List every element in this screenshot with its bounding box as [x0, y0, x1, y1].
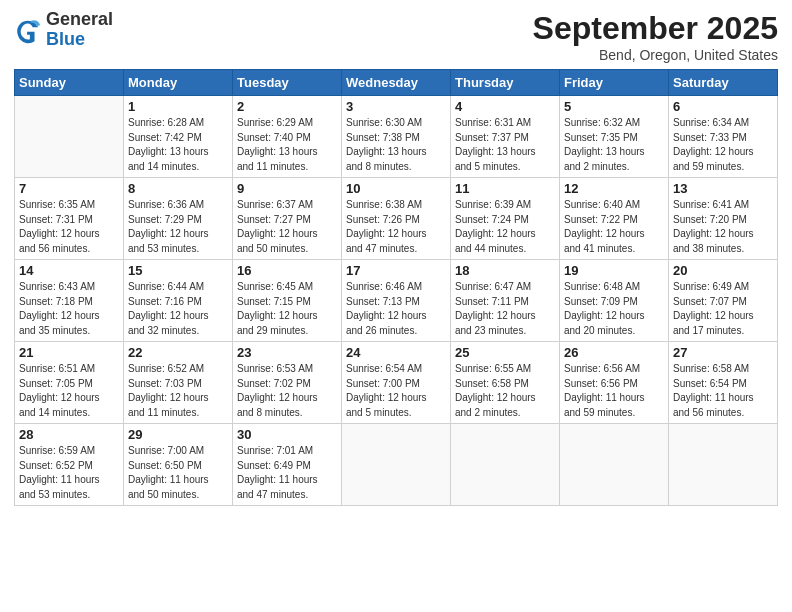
calendar-cell: 2Sunrise: 6:29 AMSunset: 7:40 PMDaylight…	[233, 96, 342, 178]
calendar-cell: 1Sunrise: 6:28 AMSunset: 7:42 PMDaylight…	[124, 96, 233, 178]
day-number: 26	[564, 345, 664, 360]
calendar-cell: 22Sunrise: 6:52 AMSunset: 7:03 PMDayligh…	[124, 342, 233, 424]
calendar-week-2: 7Sunrise: 6:35 AMSunset: 7:31 PMDaylight…	[15, 178, 778, 260]
calendar-cell: 9Sunrise: 6:37 AMSunset: 7:27 PMDaylight…	[233, 178, 342, 260]
page-container: General Blue September 2025 Bend, Oregon…	[0, 0, 792, 516]
day-info: Sunrise: 6:53 AMSunset: 7:02 PMDaylight:…	[237, 362, 337, 420]
day-number: 23	[237, 345, 337, 360]
day-info: Sunrise: 6:44 AMSunset: 7:16 PMDaylight:…	[128, 280, 228, 338]
calendar-cell: 24Sunrise: 6:54 AMSunset: 7:00 PMDayligh…	[342, 342, 451, 424]
day-number: 11	[455, 181, 555, 196]
day-info: Sunrise: 6:47 AMSunset: 7:11 PMDaylight:…	[455, 280, 555, 338]
day-info: Sunrise: 6:35 AMSunset: 7:31 PMDaylight:…	[19, 198, 119, 256]
logo-general: General	[46, 9, 113, 29]
day-info: Sunrise: 6:32 AMSunset: 7:35 PMDaylight:…	[564, 116, 664, 174]
day-info: Sunrise: 6:30 AMSunset: 7:38 PMDaylight:…	[346, 116, 446, 174]
day-info: Sunrise: 7:00 AMSunset: 6:50 PMDaylight:…	[128, 444, 228, 502]
day-number: 1	[128, 99, 228, 114]
day-info: Sunrise: 7:01 AMSunset: 6:49 PMDaylight:…	[237, 444, 337, 502]
calendar-cell: 15Sunrise: 6:44 AMSunset: 7:16 PMDayligh…	[124, 260, 233, 342]
calendar-cell: 29Sunrise: 7:00 AMSunset: 6:50 PMDayligh…	[124, 424, 233, 506]
calendar-cell: 26Sunrise: 6:56 AMSunset: 6:56 PMDayligh…	[560, 342, 669, 424]
calendar-cell: 13Sunrise: 6:41 AMSunset: 7:20 PMDayligh…	[669, 178, 778, 260]
day-number: 29	[128, 427, 228, 442]
day-info: Sunrise: 6:34 AMSunset: 7:33 PMDaylight:…	[673, 116, 773, 174]
day-info: Sunrise: 6:38 AMSunset: 7:26 PMDaylight:…	[346, 198, 446, 256]
calendar-cell	[560, 424, 669, 506]
day-number: 21	[19, 345, 119, 360]
day-number: 27	[673, 345, 773, 360]
day-info: Sunrise: 6:48 AMSunset: 7:09 PMDaylight:…	[564, 280, 664, 338]
calendar-week-1: 1Sunrise: 6:28 AMSunset: 7:42 PMDaylight…	[15, 96, 778, 178]
calendar-cell: 23Sunrise: 6:53 AMSunset: 7:02 PMDayligh…	[233, 342, 342, 424]
day-number: 17	[346, 263, 446, 278]
calendar-header: Sunday Monday Tuesday Wednesday Thursday…	[15, 70, 778, 96]
calendar-cell	[669, 424, 778, 506]
day-info: Sunrise: 6:37 AMSunset: 7:27 PMDaylight:…	[237, 198, 337, 256]
day-info: Sunrise: 6:46 AMSunset: 7:13 PMDaylight:…	[346, 280, 446, 338]
calendar-cell: 21Sunrise: 6:51 AMSunset: 7:05 PMDayligh…	[15, 342, 124, 424]
calendar-cell: 25Sunrise: 6:55 AMSunset: 6:58 PMDayligh…	[451, 342, 560, 424]
col-tuesday: Tuesday	[233, 70, 342, 96]
day-info: Sunrise: 6:29 AMSunset: 7:40 PMDaylight:…	[237, 116, 337, 174]
day-info: Sunrise: 6:31 AMSunset: 7:37 PMDaylight:…	[455, 116, 555, 174]
day-info: Sunrise: 6:28 AMSunset: 7:42 PMDaylight:…	[128, 116, 228, 174]
day-number: 24	[346, 345, 446, 360]
calendar-cell: 6Sunrise: 6:34 AMSunset: 7:33 PMDaylight…	[669, 96, 778, 178]
calendar-cell: 19Sunrise: 6:48 AMSunset: 7:09 PMDayligh…	[560, 260, 669, 342]
logo-icon	[14, 16, 42, 44]
calendar-cell: 20Sunrise: 6:49 AMSunset: 7:07 PMDayligh…	[669, 260, 778, 342]
calendar-cell	[451, 424, 560, 506]
day-number: 2	[237, 99, 337, 114]
location: Bend, Oregon, United States	[533, 47, 778, 63]
calendar-cell: 14Sunrise: 6:43 AMSunset: 7:18 PMDayligh…	[15, 260, 124, 342]
calendar-cell: 3Sunrise: 6:30 AMSunset: 7:38 PMDaylight…	[342, 96, 451, 178]
col-wednesday: Wednesday	[342, 70, 451, 96]
day-info: Sunrise: 6:52 AMSunset: 7:03 PMDaylight:…	[128, 362, 228, 420]
calendar-body: 1Sunrise: 6:28 AMSunset: 7:42 PMDaylight…	[15, 96, 778, 506]
logo-text: General Blue	[46, 10, 113, 50]
day-info: Sunrise: 6:58 AMSunset: 6:54 PMDaylight:…	[673, 362, 773, 420]
day-info: Sunrise: 6:40 AMSunset: 7:22 PMDaylight:…	[564, 198, 664, 256]
col-friday: Friday	[560, 70, 669, 96]
day-number: 19	[564, 263, 664, 278]
month-title: September 2025	[533, 10, 778, 47]
header: General Blue September 2025 Bend, Oregon…	[14, 10, 778, 63]
day-number: 20	[673, 263, 773, 278]
calendar-cell: 5Sunrise: 6:32 AMSunset: 7:35 PMDaylight…	[560, 96, 669, 178]
day-number: 18	[455, 263, 555, 278]
calendar-cell: 18Sunrise: 6:47 AMSunset: 7:11 PMDayligh…	[451, 260, 560, 342]
day-info: Sunrise: 6:41 AMSunset: 7:20 PMDaylight:…	[673, 198, 773, 256]
day-info: Sunrise: 6:59 AMSunset: 6:52 PMDaylight:…	[19, 444, 119, 502]
day-number: 13	[673, 181, 773, 196]
day-info: Sunrise: 6:54 AMSunset: 7:00 PMDaylight:…	[346, 362, 446, 420]
calendar-week-4: 21Sunrise: 6:51 AMSunset: 7:05 PMDayligh…	[15, 342, 778, 424]
calendar-cell: 28Sunrise: 6:59 AMSunset: 6:52 PMDayligh…	[15, 424, 124, 506]
calendar-cell: 7Sunrise: 6:35 AMSunset: 7:31 PMDaylight…	[15, 178, 124, 260]
col-monday: Monday	[124, 70, 233, 96]
col-saturday: Saturday	[669, 70, 778, 96]
title-block: September 2025 Bend, Oregon, United Stat…	[533, 10, 778, 63]
day-info: Sunrise: 6:49 AMSunset: 7:07 PMDaylight:…	[673, 280, 773, 338]
day-number: 16	[237, 263, 337, 278]
day-info: Sunrise: 6:55 AMSunset: 6:58 PMDaylight:…	[455, 362, 555, 420]
day-number: 22	[128, 345, 228, 360]
day-number: 6	[673, 99, 773, 114]
calendar-cell: 11Sunrise: 6:39 AMSunset: 7:24 PMDayligh…	[451, 178, 560, 260]
calendar-cell: 4Sunrise: 6:31 AMSunset: 7:37 PMDaylight…	[451, 96, 560, 178]
day-number: 30	[237, 427, 337, 442]
day-info: Sunrise: 6:56 AMSunset: 6:56 PMDaylight:…	[564, 362, 664, 420]
day-info: Sunrise: 6:51 AMSunset: 7:05 PMDaylight:…	[19, 362, 119, 420]
calendar-cell	[342, 424, 451, 506]
day-info: Sunrise: 6:43 AMSunset: 7:18 PMDaylight:…	[19, 280, 119, 338]
header-row: Sunday Monday Tuesday Wednesday Thursday…	[15, 70, 778, 96]
calendar-cell: 27Sunrise: 6:58 AMSunset: 6:54 PMDayligh…	[669, 342, 778, 424]
day-info: Sunrise: 6:45 AMSunset: 7:15 PMDaylight:…	[237, 280, 337, 338]
logo: General Blue	[14, 10, 113, 50]
calendar-cell: 17Sunrise: 6:46 AMSunset: 7:13 PMDayligh…	[342, 260, 451, 342]
calendar-cell: 8Sunrise: 6:36 AMSunset: 7:29 PMDaylight…	[124, 178, 233, 260]
day-number: 12	[564, 181, 664, 196]
calendar-cell: 16Sunrise: 6:45 AMSunset: 7:15 PMDayligh…	[233, 260, 342, 342]
calendar-week-3: 14Sunrise: 6:43 AMSunset: 7:18 PMDayligh…	[15, 260, 778, 342]
calendar-cell: 10Sunrise: 6:38 AMSunset: 7:26 PMDayligh…	[342, 178, 451, 260]
